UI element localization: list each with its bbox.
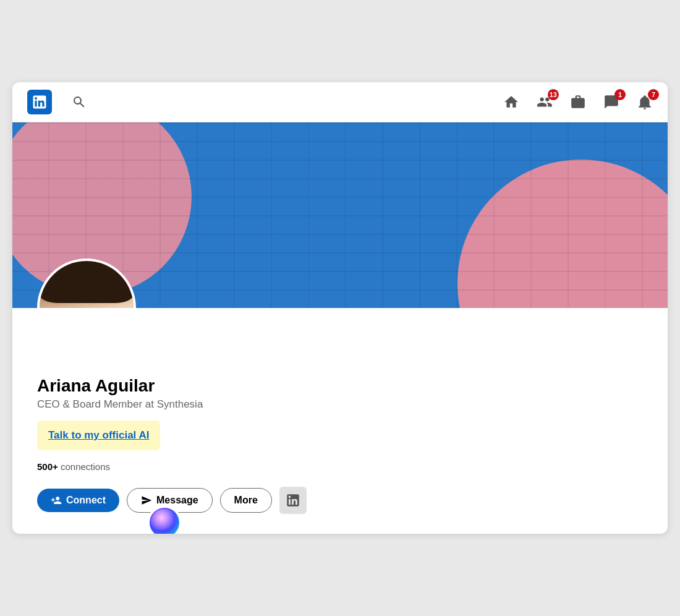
profile-name: Ariana Aguilar [37, 376, 643, 396]
network-nav-item[interactable]: 13 [537, 94, 553, 110]
profile-title: CEO & Board Member at Synthesia [37, 398, 643, 411]
profile-info: Ariana Aguilar CEO & Board Member at Syn… [12, 308, 668, 534]
jobs-nav-item[interactable] [570, 94, 586, 110]
profile-card: 13 1 7 [12, 82, 668, 534]
navbar: 13 1 7 [12, 82, 668, 122]
message-label: Message [156, 495, 198, 506]
notifications-badge: 7 [648, 89, 659, 100]
connect-label: Connect [66, 495, 106, 506]
search-button[interactable] [72, 95, 87, 109]
linkedin-logo[interactable] [27, 90, 52, 114]
messaging-nav-item[interactable]: 1 [603, 94, 619, 110]
connections-count: 500+ connections [37, 461, 643, 472]
linkedin-share-button[interactable] [279, 487, 307, 514]
messaging-badge: 1 [614, 89, 626, 100]
connections-number: 500+ [37, 461, 58, 472]
connect-button[interactable]: Connect [37, 489, 119, 512]
ai-banner[interactable]: Talk to my official AI [37, 421, 160, 450]
home-nav-item[interactable] [503, 94, 519, 110]
profile-avatar [37, 259, 136, 308]
more-button[interactable]: More [220, 488, 272, 513]
cover-blob-right [457, 160, 668, 308]
network-badge: 13 [548, 89, 559, 100]
synthesia-logo [150, 508, 179, 534]
more-label: More [234, 495, 258, 505]
notifications-nav-item[interactable]: 7 [637, 94, 653, 110]
cover-photo [12, 122, 668, 308]
action-buttons: Connect Message More [37, 487, 643, 514]
nav-icons: 13 1 7 [503, 94, 653, 110]
ai-cta-link[interactable]: Talk to my official AI [48, 429, 149, 441]
connections-suffix: connections [58, 461, 110, 472]
